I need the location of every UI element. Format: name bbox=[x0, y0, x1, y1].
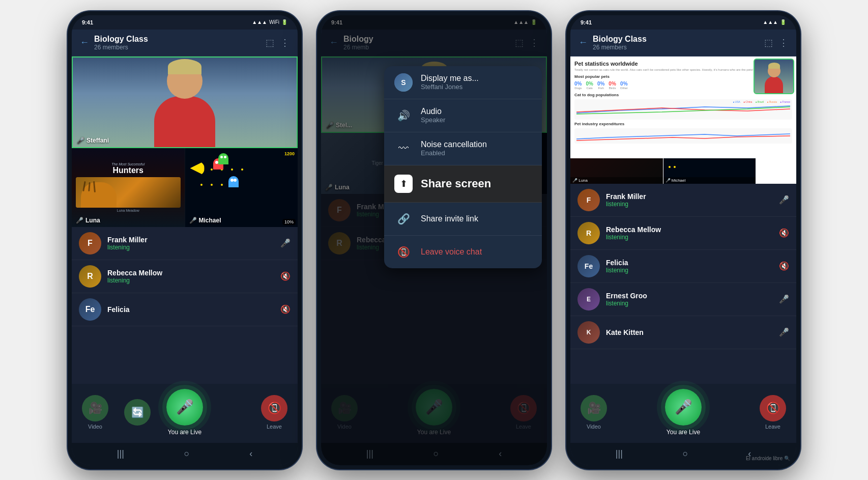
video-button-1[interactable]: 🎥 Video bbox=[82, 395, 108, 430]
sync-btn-circle[interactable]: 🔄 bbox=[124, 399, 151, 426]
mic-main-btn[interactable]: 🎤 bbox=[166, 389, 203, 426]
battery-icon: 🔋 bbox=[281, 19, 287, 25]
felicia-avatar: Fe bbox=[79, 298, 101, 321]
pacman-dot bbox=[211, 184, 213, 186]
video-label-3: Video bbox=[587, 423, 601, 430]
participant-felicia: Fe Felicia 🔇 bbox=[72, 293, 298, 326]
leave-label-3: Leave bbox=[765, 423, 780, 430]
menu-item-share-screen[interactable]: ⬆ Share screen bbox=[384, 165, 542, 203]
screen-share-icon-1[interactable]: ⬚ bbox=[266, 37, 274, 48]
kate-name-3: Kate Kitten bbox=[606, 328, 773, 336]
stat-fish-label: Fish bbox=[597, 87, 604, 90]
leave-btn-3[interactable]: 📵 Leave bbox=[760, 395, 786, 430]
nav-home-3[interactable]: ○ bbox=[683, 448, 688, 459]
menu-item-audio[interactable]: 🔊 Audio Speaker bbox=[384, 99, 542, 132]
doc-section-3: Pet industry expenditures bbox=[574, 122, 792, 126]
video-label-1: Video bbox=[88, 423, 102, 430]
stat-birds: 0% Birds bbox=[609, 81, 616, 90]
bottom-video-strip: 🎤 Luna 🎤 Michael bbox=[570, 158, 756, 184]
michael-video: 1200 🎤 Michael 10% bbox=[185, 148, 298, 227]
video-row-1: The Most Successful Hunters Luna Meadow … bbox=[72, 148, 298, 227]
stat-cats: 0% Cats bbox=[586, 81, 593, 90]
menu-item-display[interactable]: S Display me as... Steffani Jones bbox=[384, 66, 542, 99]
luna-label: 🎤 Luna bbox=[76, 217, 100, 224]
participant-frank-3: F Frank Miller listening 🎤 bbox=[570, 184, 796, 217]
michael-label: 🎤 Michael bbox=[189, 217, 221, 224]
mic-btn-3[interactable]: 🎤 You are Live bbox=[665, 389, 702, 436]
doc-graph-expenditure bbox=[574, 128, 792, 144]
nav-back-btn-1[interactable]: ‹ bbox=[249, 448, 252, 459]
expenditure-lines bbox=[576, 131, 790, 142]
status-icons-3: ▲▲▲ 🔋 bbox=[763, 19, 786, 25]
pacman-background: 1200 bbox=[185, 148, 298, 227]
steffani-video-bg bbox=[73, 58, 297, 147]
stat-dogs-label: Dogs bbox=[574, 87, 582, 90]
status-bar-1: 9:41 ▲▲▲ WiFi 🔋 bbox=[72, 15, 298, 30]
ernest-avatar-3: E bbox=[577, 288, 600, 310]
leave-btn-circle[interactable]: 📵 bbox=[261, 395, 287, 421]
mini-video-overlay bbox=[754, 59, 794, 94]
rebecca-avatar: R bbox=[79, 265, 101, 288]
stat-cats-label: Cats bbox=[586, 87, 593, 90]
more-icon-1[interactable]: ⋮ bbox=[280, 37, 290, 48]
screen-share-icon-3[interactable]: ⬚ bbox=[764, 37, 773, 48]
percentage-badge: 10% bbox=[282, 219, 296, 225]
signal-icon: ▲▲▲ bbox=[252, 19, 267, 25]
rebecca-name-3: Rebecca Mellow bbox=[606, 225, 773, 234]
display-title: Display me as... bbox=[421, 74, 532, 83]
participants-list-3: F Frank Miller listening 🎤 R Rebecca Mel… bbox=[570, 184, 796, 384]
poster-image bbox=[76, 177, 181, 208]
share-screen-title: Share screen bbox=[421, 177, 532, 190]
status-bar-3: 9:41 ▲▲▲ 🔋 bbox=[570, 15, 796, 30]
frank-name: Frank Miller bbox=[107, 236, 274, 244]
poster-title: Hunters bbox=[113, 166, 143, 175]
noise-text: Noise cancellation Enabled bbox=[421, 140, 532, 157]
wifi-icon: WiFi bbox=[269, 19, 279, 25]
frank-name-3: Frank Miller bbox=[606, 192, 773, 201]
frank-info-3: Frank Miller listening bbox=[606, 192, 773, 208]
menu-item-noise[interactable]: 〰 Noise cancellation Enabled bbox=[384, 132, 542, 165]
header-title-group-1: Biology Class 26 members bbox=[94, 35, 261, 51]
audio-subtitle: Speaker bbox=[421, 116, 532, 124]
more-icon-3[interactable]: ⋮ bbox=[779, 37, 788, 48]
poster-subtitle: The Most Successful bbox=[111, 162, 144, 166]
leave-title: Leave voice chat bbox=[421, 247, 532, 257]
main-video-steffani: 🎤 Steffani bbox=[72, 57, 298, 148]
participant-rebecca-3: R Rebecca Mellow listening 🔇 bbox=[570, 217, 796, 250]
nav-menu-btn-1[interactable]: ||| bbox=[117, 448, 124, 459]
watermark: El androide libre 🔍 bbox=[746, 456, 790, 461]
kate-avatar-3: K bbox=[577, 321, 600, 344]
header-title-group-3: Biology Class 26 members bbox=[593, 35, 759, 51]
nav-bar-3: ||| ○ ‹ bbox=[570, 443, 796, 465]
back-button-3[interactable]: ← bbox=[578, 37, 588, 48]
steffani-avatar: S bbox=[394, 73, 413, 92]
video-btn-circle[interactable]: 🎥 bbox=[82, 395, 108, 421]
menu-item-invite[interactable]: 🔗 Share invite link bbox=[384, 203, 542, 236]
phone-3: 9:41 ▲▲▲ 🔋 ← Biology Class 26 members ⬚ … bbox=[566, 11, 800, 469]
michael-strip: 🎤 Michael bbox=[663, 158, 756, 184]
mic-main-button-1[interactable]: 🎤 You are Live bbox=[166, 389, 203, 436]
nav-home-btn-1[interactable]: ○ bbox=[184, 448, 190, 459]
pacman-dot bbox=[211, 168, 213, 171]
rebecca-status-3: listening bbox=[606, 234, 773, 241]
stat-fish: 0% Fish bbox=[597, 81, 604, 90]
sync-button-1[interactable]: 🔄 bbox=[124, 399, 151, 426]
stat-cats-pct: 0% bbox=[586, 81, 593, 87]
nav-menu-3[interactable]: ||| bbox=[616, 448, 623, 459]
leave-button-1[interactable]: 📵 Leave bbox=[261, 395, 287, 430]
stat-birds-label: Birds bbox=[609, 87, 616, 90]
video-btn-3[interactable]: 🎥 Video bbox=[581, 395, 607, 430]
dropdown-menu: S Display me as... Steffani Jones 🔊 Audi… bbox=[384, 66, 542, 268]
felicia-mic-3: 🔇 bbox=[779, 261, 789, 271]
back-button-1[interactable]: ← bbox=[80, 37, 89, 48]
menu-item-leave[interactable]: 📵 Leave voice chat bbox=[384, 236, 542, 268]
frank-info: Frank Miller listening bbox=[107, 236, 274, 251]
battery-icon-3: 🔋 bbox=[780, 19, 786, 25]
header-actions-1: ⬚ ⋮ bbox=[266, 37, 290, 48]
rebecca-mic-icon: 🔇 bbox=[280, 271, 291, 281]
rebecca-name: Rebecca Mellow bbox=[107, 269, 274, 277]
frank-mic-3: 🎤 bbox=[779, 195, 789, 205]
audio-title: Audio bbox=[421, 107, 532, 116]
luna-strip-label: 🎤 Luna bbox=[572, 178, 661, 183]
ernest-info-3: Ernest Groo listening bbox=[606, 292, 773, 307]
